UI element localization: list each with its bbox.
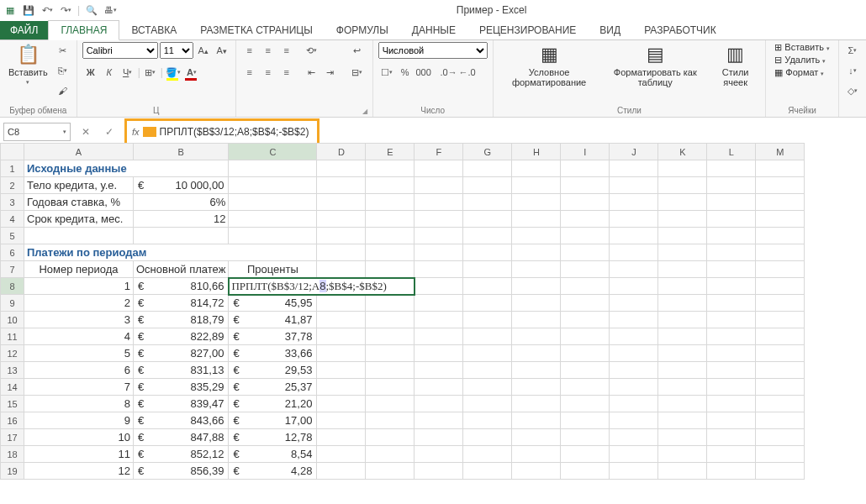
cell[interactable]: €835,29 (134, 379, 229, 396)
undo-icon[interactable]: ↶▾ (40, 3, 54, 17)
quick-print-icon[interactable]: 🖶▾ (103, 3, 117, 17)
insert-button[interactable]: ⊞ Вставить ▾ (771, 42, 833, 53)
cell[interactable] (707, 446, 756, 463)
row-header[interactable]: 14 (1, 379, 24, 396)
cell[interactable] (756, 295, 805, 312)
cell[interactable] (756, 312, 805, 328)
cell[interactable]: €818,79 (134, 312, 229, 328)
cell[interactable] (658, 362, 707, 379)
row-header[interactable]: 8 (1, 278, 24, 295)
cell[interactable] (366, 379, 415, 396)
row-14[interactable]: 147€835,29€25,37 (1, 379, 805, 396)
cell[interactable] (463, 295, 512, 312)
cell[interactable] (756, 396, 805, 412)
cell[interactable]: €822,89 (134, 328, 229, 345)
cell[interactable] (756, 463, 805, 480)
italic-icon[interactable]: К (101, 64, 118, 81)
cell[interactable] (463, 396, 512, 412)
cell[interactable] (658, 328, 707, 345)
font-name-select[interactable]: Calibri (82, 42, 158, 59)
row-12[interactable]: 125€827,00€33,66 (1, 345, 805, 362)
cell[interactable] (707, 211, 756, 228)
cell[interactable] (317, 295, 366, 312)
format-button[interactable]: ▦ Формат ▾ (771, 67, 827, 78)
cell[interactable] (512, 177, 561, 194)
cell[interactable] (415, 396, 463, 412)
cell[interactable] (610, 379, 658, 396)
cell[interactable] (707, 429, 756, 446)
cell[interactable] (415, 160, 463, 177)
cell[interactable] (512, 379, 561, 396)
cell[interactable] (512, 446, 561, 463)
cell[interactable] (317, 429, 366, 446)
fill-color-icon[interactable]: 🪣▾ (165, 64, 182, 81)
cell[interactable] (707, 278, 756, 295)
row-header[interactable]: 5 (1, 228, 24, 244)
cell[interactable] (463, 429, 512, 446)
tab-home[interactable]: ГЛАВНАЯ (48, 20, 119, 40)
cell[interactable]: €839,47 (134, 396, 229, 412)
cell[interactable] (415, 446, 463, 463)
row-header[interactable]: 2 (1, 177, 24, 194)
increase-font-icon[interactable]: A▴ (195, 42, 212, 59)
cell[interactable] (317, 211, 366, 228)
cell[interactable] (366, 228, 415, 244)
cell[interactable] (561, 446, 610, 463)
cell[interactable] (317, 160, 366, 177)
row-3[interactable]: 3Годовая ставка, %6% (1, 194, 805, 211)
row-5[interactable]: 5 (1, 228, 805, 244)
cell[interactable]: 3 (24, 312, 134, 328)
tab-insert[interactable]: ВСТАВКА (119, 21, 188, 39)
wrap-text-icon[interactable]: ↩ (347, 42, 367, 59)
cell[interactable]: Исходные данные (24, 160, 229, 177)
cell-styles-button[interactable]: ▥ Стили ячеек (710, 42, 760, 89)
cell[interactable]: €8,54 (229, 446, 317, 463)
cell[interactable] (561, 429, 610, 446)
cell[interactable] (317, 446, 366, 463)
tab-view[interactable]: ВИД (588, 21, 632, 39)
cell[interactable] (463, 345, 512, 362)
align-left-icon[interactable]: ≡ (241, 64, 258, 81)
row-header[interactable]: 18 (1, 446, 24, 463)
underline-icon[interactable]: Ч▾ (119, 64, 136, 81)
cell[interactable] (415, 345, 463, 362)
cell[interactable] (610, 160, 658, 177)
fill-icon[interactable]: ↓▾ (844, 62, 861, 79)
number-format-select[interactable]: Числовой (378, 42, 488, 59)
cell[interactable] (415, 328, 463, 345)
cell[interactable]: €831,13 (134, 362, 229, 379)
row-header[interactable]: 7 (1, 261, 24, 278)
enter-icon[interactable]: ✓ (101, 123, 118, 140)
spreadsheet-grid[interactable]: A B C D E F G H I J K L M 1Исходные данн… (0, 143, 866, 480)
cell[interactable]: €45,95 (229, 295, 317, 312)
cell[interactable] (610, 463, 658, 480)
row-header[interactable]: 10 (1, 312, 24, 328)
cell[interactable] (317, 396, 366, 412)
cell[interactable]: Срок кредита, мес. (24, 211, 134, 228)
cell[interactable] (415, 312, 463, 328)
cell[interactable] (561, 412, 610, 429)
row-header[interactable]: 11 (1, 328, 24, 345)
cell[interactable] (707, 177, 756, 194)
cell[interactable] (658, 295, 707, 312)
cell[interactable]: €37,78 (229, 328, 317, 345)
cell[interactable] (317, 228, 366, 244)
cell[interactable]: 6 (24, 362, 134, 379)
percent-icon[interactable]: % (397, 64, 414, 81)
row-8[interactable]: 81€810,66ПРПЛТ($B$3/12;A8;$B$4;-$B$2) (1, 278, 805, 295)
cell[interactable] (658, 160, 707, 177)
cell[interactable] (463, 362, 512, 379)
cell[interactable] (512, 345, 561, 362)
cell[interactable] (512, 211, 561, 228)
cell[interactable] (561, 228, 610, 244)
row-15[interactable]: 158€839,47€21,20 (1, 396, 805, 412)
row-19[interactable]: 1912€856,39€4,28 (1, 463, 805, 480)
cell[interactable] (756, 228, 805, 244)
currency-icon[interactable]: ☐▾ (378, 64, 395, 81)
cell[interactable] (610, 228, 658, 244)
format-as-table-button[interactable]: ▤ Форматировать как таблицу (604, 42, 707, 89)
cell[interactable] (366, 362, 415, 379)
cell[interactable]: €810,66 (134, 278, 229, 295)
cell[interactable] (415, 194, 463, 211)
font-color-icon[interactable]: А▾ (183, 64, 200, 81)
